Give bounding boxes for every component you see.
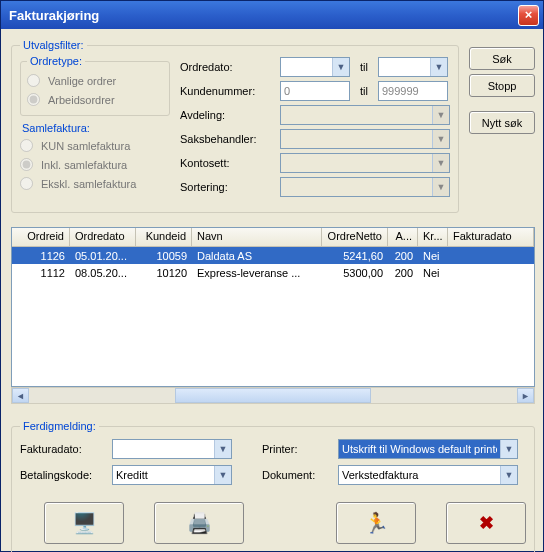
table-row[interactable]: 1112 08.05.20... 10120 Express-leveranse… (12, 264, 534, 281)
fakturadato-input[interactable] (113, 440, 214, 458)
cell: 200 (388, 266, 418, 280)
printer-icon (187, 511, 212, 535)
chevron-down-icon[interactable]: ▼ (214, 466, 231, 484)
close-button[interactable]: × (518, 5, 539, 26)
nytt-sok-button[interactable]: Nytt søk (469, 111, 535, 134)
ordretype-legend: Ordretype: (27, 55, 85, 67)
filter-fieldset: Utvalgsfilter: Ordretype: Vanlige ordrer… (11, 39, 459, 213)
samlefaktura-legend: Samlefaktura: (22, 122, 170, 134)
kundenummer-to-input[interactable] (378, 81, 448, 101)
chevron-down-icon[interactable]: ▼ (432, 130, 449, 148)
chevron-down-icon[interactable]: ▼ (500, 466, 517, 484)
ferdigmelding-fieldset: Ferdigmelding: Fakturadato: ▼ Betalingsk… (11, 420, 535, 552)
ordredato-label: Ordredato: (180, 61, 280, 73)
sok-button[interactable]: Søk (469, 47, 535, 70)
cell: 200 (388, 249, 418, 263)
inkl-samlefaktura-radio (20, 158, 33, 171)
col-kundeid[interactable]: Kundeid (136, 228, 192, 247)
ordredato-from-input[interactable] (281, 58, 332, 76)
kun-samlefaktura-label: KUN samlefaktura (41, 140, 130, 152)
col-ordrenetto[interactable]: OrdreNetto (322, 228, 388, 247)
cancel-button[interactable]: ✖ (446, 502, 526, 544)
cell: Express-leveranse ... (192, 266, 322, 280)
filter-legend: Utvalgsfilter: (20, 39, 87, 51)
arbeidsordrer-label: Arbeidsordrer (48, 94, 115, 106)
table-row[interactable]: 1126 05.01.20... 10059 Daldata AS 5241,6… (12, 247, 534, 264)
cell (448, 272, 534, 274)
chevron-down-icon[interactable]: ▼ (214, 440, 231, 458)
scroll-left-icon[interactable]: ◄ (12, 388, 29, 403)
sortering-label: Sortering: (180, 181, 280, 193)
col-a[interactable]: A... (388, 228, 418, 247)
fakturadato-combo[interactable]: ▼ (112, 439, 232, 459)
saksbehandler-combo[interactable]: ▼ (280, 129, 450, 149)
horizontal-scrollbar[interactable]: ◄ ► (11, 387, 535, 404)
scroll-thumb[interactable] (175, 388, 370, 403)
cell (448, 255, 534, 257)
x-icon: ✖ (479, 512, 494, 534)
grid-header-row: Ordreid Ordredato Kundeid Navn OrdreNett… (12, 228, 534, 247)
betalingskode-label: Betalingskode: (20, 469, 106, 481)
inkl-samlefaktura-label: Inkl. samlefaktura (41, 159, 127, 171)
cell: Daldata AS (192, 249, 322, 263)
monitor-icon (72, 511, 97, 535)
kundenummer-from-input[interactable] (280, 81, 350, 101)
ekskl-samlefaktura-radio (20, 177, 33, 190)
dokument-label: Dokument: (262, 469, 332, 481)
betalingskode-input[interactable] (113, 466, 214, 484)
results-grid[interactable]: Ordreid Ordredato Kundeid Navn OrdreNett… (11, 227, 535, 387)
run-button[interactable] (336, 502, 416, 544)
chevron-down-icon[interactable]: ▼ (332, 58, 349, 76)
stopp-button[interactable]: Stopp (469, 74, 535, 97)
col-ordredato[interactable]: Ordredato (70, 228, 136, 247)
kun-samlefaktura-radio (20, 139, 33, 152)
ekskl-samlefaktura-label: Ekskl. samlefaktura (41, 178, 136, 190)
col-navn[interactable]: Navn (192, 228, 322, 247)
ordredato-from-combo[interactable]: ▼ (280, 57, 350, 77)
printer-combo[interactable]: ▼ (338, 439, 518, 459)
cell: Nei (418, 249, 448, 263)
ordretype-fieldset: Ordretype: Vanlige ordrer Arbeidsordrer (20, 55, 170, 116)
cell: 1126 (12, 249, 70, 263)
kontosett-label: Kontosett: (180, 157, 280, 169)
dokument-combo[interactable]: ▼ (338, 465, 518, 485)
print-button[interactable] (154, 502, 244, 544)
chevron-down-icon[interactable]: ▼ (500, 440, 517, 458)
kontosett-input (281, 154, 432, 172)
sortering-combo[interactable]: ▼ (280, 177, 450, 197)
col-ordreid[interactable]: Ordreid (12, 228, 70, 247)
col-kr[interactable]: Kr... (418, 228, 448, 247)
chevron-down-icon[interactable]: ▼ (432, 178, 449, 196)
titlebar: Fakturakjøring × (1, 1, 543, 29)
ordredato-to-input[interactable] (379, 58, 430, 76)
saksbehandler-label: Saksbehandler: (180, 133, 280, 145)
vanlige-ordrer-radio (27, 74, 40, 87)
sortering-input (281, 178, 432, 196)
screen-button[interactable] (44, 502, 124, 544)
avdeling-input (281, 106, 432, 124)
dokument-input[interactable] (339, 466, 500, 484)
scroll-track[interactable] (29, 388, 517, 403)
window: Fakturakjøring × Utvalgsfilter: Ordretyp… (0, 0, 544, 552)
cell: 08.05.20... (70, 266, 136, 280)
printer-label: Printer: (262, 443, 332, 455)
col-fakturadato[interactable]: Fakturadato (448, 228, 534, 247)
avdeling-label: Avdeling: (180, 109, 280, 121)
avdeling-combo[interactable]: ▼ (280, 105, 450, 125)
vanlige-ordrer-label: Vanlige ordrer (48, 75, 116, 87)
kontosett-combo[interactable]: ▼ (280, 153, 450, 173)
til-label-2: til (350, 85, 378, 97)
scroll-right-icon[interactable]: ► (517, 388, 534, 403)
cell: 10059 (136, 249, 192, 263)
cell: 5300,00 (322, 266, 388, 280)
printer-input[interactable] (339, 440, 500, 458)
arbeidsordrer-radio (27, 93, 40, 106)
betalingskode-combo[interactable]: ▼ (112, 465, 232, 485)
chevron-down-icon[interactable]: ▼ (430, 58, 447, 76)
ordredato-to-combo[interactable]: ▼ (378, 57, 448, 77)
saksbehandler-input (281, 130, 432, 148)
kundenummer-label: Kundenummer: (180, 85, 280, 97)
chevron-down-icon[interactable]: ▼ (432, 106, 449, 124)
chevron-down-icon[interactable]: ▼ (432, 154, 449, 172)
running-man-icon (364, 511, 389, 535)
